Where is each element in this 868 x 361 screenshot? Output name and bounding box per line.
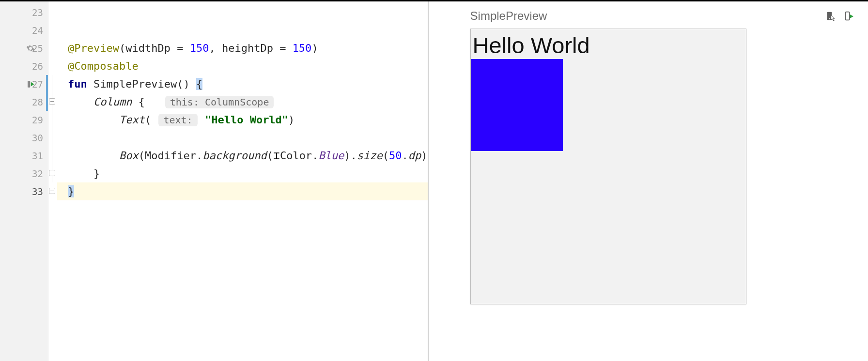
line-number: 32 <box>32 168 43 179</box>
line-number: 30 <box>32 133 43 143</box>
fold-handle-icon[interactable] <box>49 98 55 105</box>
inlay-hint: text: <box>158 114 197 126</box>
code-line: fun SimplePreview() { <box>57 75 428 93</box>
deploy-preview-icon[interactable] <box>843 10 854 22</box>
change-marker <box>46 75 48 93</box>
preview-pane: SimplePreview Hello World <box>429 1 868 361</box>
line-number: 31 <box>32 150 43 161</box>
preview-canvas[interactable]: Hello World <box>470 29 746 304</box>
code-line <box>57 129 428 147</box>
gear-icon[interactable] <box>26 44 35 53</box>
matched-brace: } <box>68 185 74 197</box>
fold-handle-icon[interactable] <box>49 170 55 176</box>
code-area[interactable]: @Preview(widthDp = 150, heightDp = 150) … <box>57 1 428 361</box>
matched-brace: { <box>196 78 202 90</box>
code-line: Box(Modifier.background(⌶Color.Blue).siz… <box>57 147 428 165</box>
editor-gutter[interactable]: 23 24 25 26 27 28 29 30 31 32 33 <box>0 1 48 361</box>
preview-blue-box <box>471 59 563 151</box>
fold-handle-icon[interactable] <box>49 188 55 194</box>
preview-title: SimplePreview <box>470 9 818 23</box>
line-number: 23 <box>32 7 43 18</box>
preview-header: SimplePreview <box>470 6 854 26</box>
code-line <box>57 21 428 39</box>
interactive-preview-icon[interactable] <box>824 10 836 22</box>
code-editor-pane[interactable]: 23 24 25 26 27 28 29 30 31 32 33 <box>0 1 428 361</box>
run-gutter-icon[interactable] <box>26 80 35 89</box>
change-marker <box>46 93 48 111</box>
svg-rect-0 <box>28 81 30 88</box>
preview-text: Hello World <box>471 29 590 59</box>
inlay-hint: this: ColumnScope <box>165 96 274 108</box>
line-number: 24 <box>32 25 43 36</box>
code-line <box>57 3 428 21</box>
text-cursor-icon: ⌶ <box>273 150 280 162</box>
line-number: 26 <box>32 61 43 72</box>
fold-column <box>48 1 57 361</box>
code-line-current: } <box>57 182 428 200</box>
line-number: 28 <box>32 97 43 107</box>
line-number: 33 <box>32 186 43 197</box>
code-line: Column { this: ColumnScope <box>57 93 428 111</box>
code-line: } <box>57 165 428 182</box>
svg-point-2 <box>829 18 830 19</box>
svg-rect-3 <box>845 12 849 20</box>
code-line: @Preview(widthDp = 150, heightDp = 150) <box>57 39 428 57</box>
line-number: 29 <box>32 115 43 125</box>
code-line: @Composable <box>57 57 428 75</box>
code-line: Text( text: "Hello World") <box>57 111 428 129</box>
